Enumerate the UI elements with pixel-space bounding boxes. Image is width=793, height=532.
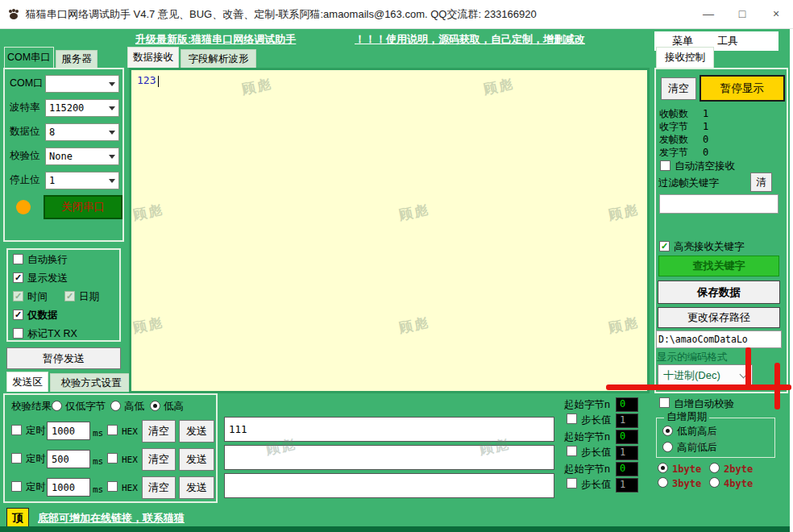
tx-bytes-value: 0 xyxy=(703,147,708,159)
timer1-interval-input[interactable] xyxy=(47,422,90,440)
upgrade-link[interactable]: 升级最新版:猫猫串口网络调试助手 xyxy=(135,32,296,47)
scroll-top-button[interactable]: 顶 xyxy=(6,508,29,528)
send1-button[interactable]: 发送 xyxy=(179,420,214,443)
hex2-checkbox[interactable] xyxy=(107,453,118,463)
timer3-checkbox[interactable] xyxy=(11,481,22,492)
checksum-result-label: 校验结果 xyxy=(11,401,52,413)
autowrap-checkbox[interactable] xyxy=(13,254,23,264)
find-keyword-button[interactable]: 查找关键字 xyxy=(658,256,779,276)
minimize-icon[interactable]: — xyxy=(691,0,725,29)
byte4-radio[interactable] xyxy=(709,477,720,488)
data-only-checkbox[interactable] xyxy=(13,310,23,320)
send-text-input-1[interactable] xyxy=(224,417,554,442)
byte2-label: 2byte xyxy=(724,463,753,476)
date-checkbox[interactable] xyxy=(64,291,75,301)
step2-checkbox[interactable] xyxy=(567,446,577,456)
dropdown-arrow-icon xyxy=(109,179,115,183)
app-window: 猫猫串口网络调试助手 V4.7 意见、BUG、改善、定制-联系阿猫:amaoma… xyxy=(0,0,793,532)
window-title: 猫猫串口网络调试助手 V4.7 意见、BUG、改善、定制-联系阿猫:amaoma… xyxy=(26,7,537,22)
timer1-checkbox[interactable] xyxy=(11,425,22,435)
data-bits-select[interactable]: 8 xyxy=(45,123,119,141)
time-checkbox[interactable] xyxy=(13,291,23,301)
step1-field[interactable]: 1 xyxy=(616,414,638,428)
checksum-lowbyte-label: 仅低字节 xyxy=(65,401,106,413)
close-icon[interactable]: × xyxy=(759,0,793,29)
send-text-input-2[interactable] xyxy=(224,445,554,470)
start-byte3-field[interactable]: 0 xyxy=(616,462,638,476)
encoding-select[interactable]: 十进制(Dec) xyxy=(658,364,753,386)
com-settings-panel: COM口 波特率 115200 数据位 8 校验位 None 停止位 1 xyxy=(3,68,124,242)
clear3-button[interactable]: 清空 xyxy=(142,476,176,499)
step3-field[interactable]: 1 xyxy=(616,478,638,493)
save-data-button[interactable]: 保存数据 xyxy=(658,281,780,304)
com-port-select[interactable] xyxy=(45,75,119,93)
baud-rate-value: 115200 xyxy=(49,102,84,114)
timer2-checkbox[interactable] xyxy=(11,453,22,463)
send3-button[interactable]: 发送 xyxy=(179,476,214,499)
show-send-checkbox[interactable] xyxy=(13,272,23,283)
timer2-interval-input[interactable] xyxy=(47,450,90,468)
filter-keyword-label: 过滤帧关键字 xyxy=(658,177,719,189)
autowrap-label: 自动换行 xyxy=(27,254,68,266)
stop-bits-value: 1 xyxy=(49,175,55,186)
cycle-low-first-radio[interactable] xyxy=(662,426,673,436)
auto-clear-checkbox[interactable] xyxy=(660,160,671,171)
tab-send-area[interactable]: 发送区 xyxy=(6,372,48,392)
timer1-label: 定时 xyxy=(26,425,46,437)
mark-txrx-checkbox[interactable] xyxy=(13,328,23,339)
filter-clear-button[interactable]: 清 xyxy=(750,172,772,192)
clear2-button[interactable]: 清空 xyxy=(142,448,176,471)
port-status-indicator xyxy=(16,200,31,214)
send-text-input-3[interactable] xyxy=(224,473,554,498)
red-annotation-vertical-2 xyxy=(774,363,780,409)
byte2-radio[interactable] xyxy=(709,463,720,473)
step3-checkbox[interactable] xyxy=(567,478,577,488)
checksum-lohi-label: 低高 xyxy=(164,401,184,413)
close-port-button[interactable]: 关闭串口 xyxy=(44,195,122,219)
menu-item-tools[interactable]: 工具 xyxy=(717,34,738,48)
step2-field[interactable]: 1 xyxy=(616,446,638,460)
stop-bits-select[interactable]: 1 xyxy=(45,172,119,189)
tab-com-port[interactable]: COM串口 xyxy=(4,47,54,68)
rx-frames-label: 收帧数 xyxy=(659,108,688,120)
start-byte2-field[interactable]: 0 xyxy=(616,430,638,444)
hex1-checkbox[interactable] xyxy=(107,425,118,435)
tab-checksum-config[interactable]: 校验方式设置 xyxy=(50,373,132,392)
hex3-checkbox[interactable] xyxy=(107,481,118,492)
filter-keyword-input[interactable] xyxy=(659,194,778,214)
tab-server[interactable]: 服务器 xyxy=(56,50,98,68)
rx-bytes-value: 1 xyxy=(703,121,708,133)
byte3-radio[interactable] xyxy=(658,477,668,488)
timer3-ms-label: ms xyxy=(93,484,103,496)
maximize-icon[interactable]: □ xyxy=(725,0,759,29)
tab-receive-control[interactable]: 接收控制 xyxy=(656,47,714,68)
help-link[interactable]: ！！！使用说明，源码获取，自己定制，增删减改 xyxy=(355,32,585,47)
timer2-label: 定时 xyxy=(26,453,46,465)
clear1-button[interactable]: 清空 xyxy=(142,420,176,443)
tab-data-receive[interactable]: 数据接收 xyxy=(127,47,179,68)
byte1-radio[interactable] xyxy=(658,463,668,473)
pause-display-button[interactable]: 暂停显示 xyxy=(700,75,785,102)
receive-text-area[interactable]: 123 xyxy=(129,68,650,393)
data-bits-label: 数据位 xyxy=(10,126,40,138)
send2-button[interactable]: 发送 xyxy=(179,448,214,471)
parity-select[interactable]: None xyxy=(45,148,119,165)
cycle-high-first-label: 高前低后 xyxy=(677,442,717,454)
stop-bits-label: 停止位 xyxy=(10,174,40,186)
tab-field-parse-wave[interactable]: 字段解析波形 xyxy=(181,49,256,68)
clear-receive-button[interactable]: 清空 xyxy=(661,77,696,100)
start-byte1-field[interactable]: 0 xyxy=(616,397,638,412)
pause-send-button[interactable]: 暂停发送 xyxy=(6,347,121,369)
auto-check-checkbox[interactable] xyxy=(659,397,670,408)
titlebar: 猫猫串口网络调试助手 V4.7 意见、BUG、改善、定制-联系阿猫:amaoma… xyxy=(0,0,793,29)
baud-rate-select[interactable]: 115200 xyxy=(45,99,119,117)
checksum-lohi-radio[interactable] xyxy=(150,401,160,411)
change-save-path-button[interactable]: 更改保存路径 xyxy=(658,307,780,328)
cycle-high-first-radio[interactable] xyxy=(662,442,673,452)
footer-link[interactable]: 底部可增加在线链接，联系猫猫 xyxy=(38,511,185,526)
highlight-keyword-checkbox[interactable] xyxy=(659,241,670,251)
step1-checkbox[interactable] xyxy=(567,414,577,424)
checksum-lowbyte-radio[interactable] xyxy=(52,401,62,411)
checksum-hilo-radio[interactable] xyxy=(110,401,121,411)
timer3-interval-input[interactable] xyxy=(47,478,90,497)
